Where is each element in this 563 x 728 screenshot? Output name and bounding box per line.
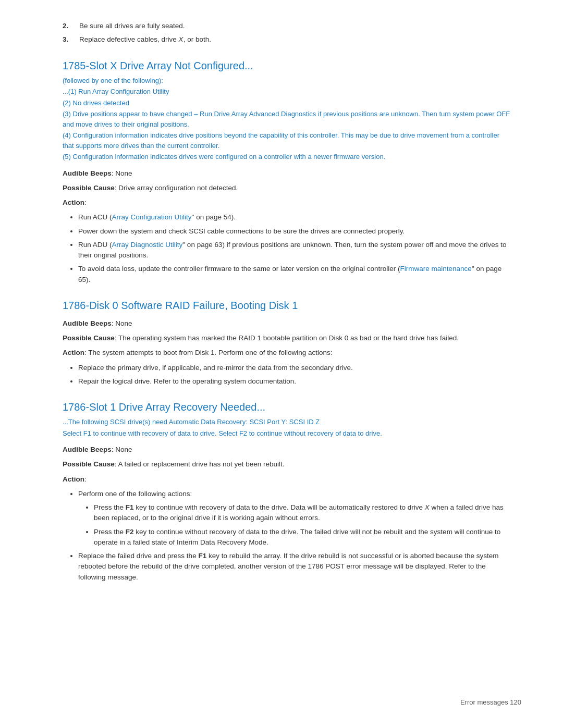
item-text: Replace defective cables, drive X, or bo… [79,34,211,45]
adu-link[interactable]: Array Diagnostic Utility [112,241,183,249]
audible-beeps: Audible Beeps: None [63,168,511,179]
audible-beeps-1786a: Audible Beeps: None [63,318,511,329]
subtitle-0: (followed by one of the following): [63,76,511,86]
sub-action-list-1786b: Press the F1 key to continue with recove… [94,502,511,548]
subtitle-5: (5) Configuration information indicates … [63,152,511,162]
page-footer: Error messages 120 [460,697,521,708]
sub-list-item: Press the F1 key to continue with recove… [94,502,511,524]
possible-cause-value: : A failed or replacement drive has not … [115,460,285,468]
item-number: 3. [63,34,79,45]
list-item: To avoid data loss, update the controlle… [78,264,511,285]
possible-cause-1786a: Possible Cause: The operating system has… [63,333,511,343]
item-text: Be sure all drives are fully seated. [79,21,185,31]
action-1786a: Action: The system attempts to boot from… [63,348,511,358]
audible-beeps-1786b: Audible Beeps: None [63,445,511,455]
subtitle-1786b-1: Select F1 to continue with recovery of d… [63,428,511,439]
section-1785-heading: 1785-Slot X Drive Array Not Configured..… [63,58,511,73]
action-text-label: Action [63,475,84,483]
action-label-1786b: Action: [63,474,511,485]
list-item: Replace the primary drive, if applicable… [78,363,511,373]
numbered-item-2: 2. Be sure all drives are fully seated. [63,21,511,31]
section-1786a: 1786-Disk 0 Software RAID Failure, Booti… [63,298,511,387]
sub-list-item: Press the F2 key to continue without rec… [94,527,511,548]
firmware-link[interactable]: Firmware maintenance [400,265,472,273]
action-text: : The system attempts to boot from Disk … [84,349,332,356]
list-item: Run ADU (Array Diagnostic Utility" on pa… [78,240,511,261]
action-list-1785: Run ACU (Array Configuration Utility" on… [78,212,511,285]
list-item: Repair the logical drive. Refer to the o… [78,376,511,387]
action-label: Action: [63,198,511,208]
subtitle-1786b-0: ...The following SCSI drive(s) need Auto… [63,417,511,427]
section-1785: 1785-Slot X Drive Array Not Configured..… [63,58,511,285]
action-list-1786b: Perform one of the following actions: Pr… [78,489,511,583]
subtitle-1: ...(1) Run Array Configuration Utility [63,87,511,97]
footer-text: Error messages 120 [460,698,521,706]
possible-cause-label: Possible Cause [63,184,115,192]
section-1786b: 1786-Slot 1 Drive Array Recovery Needed.… [63,399,511,583]
list-item: Perform one of the following actions: Pr… [78,489,511,548]
action-list-1786a: Replace the primary drive, if applicable… [78,363,511,387]
audible-beeps-value: : None [112,319,132,327]
action-text-label: Action [63,199,84,206]
section-1786a-heading: 1786-Disk 0 Software RAID Failure, Booti… [63,298,511,313]
item-number: 2. [63,21,79,31]
action-label: Action [63,349,84,356]
audible-beeps-label: Audible Beeps [63,319,112,327]
audible-beeps-value: : None [112,446,132,453]
section-1786b-heading: 1786-Slot 1 Drive Array Recovery Needed.… [63,399,511,415]
list-item: Run ACU (Array Configuration Utility" on… [78,212,511,223]
possible-cause-1786b: Possible Cause: A failed or replacement … [63,459,511,470]
acu-link[interactable]: Array Configuration Utility [112,213,192,221]
audible-beeps-value: : None [112,169,132,177]
possible-cause-label: Possible Cause [63,334,115,342]
possible-cause-text: : The operating system has marked the RA… [115,334,459,342]
numbered-item-3: 3. Replace defective cables, drive X, or… [63,34,511,45]
subtitle-2: (2) No drives detected [63,98,511,108]
possible-cause-value: : Drive array configuration not detected… [115,184,238,192]
list-item: Replace the failed drive and press the F… [78,551,511,583]
audible-beeps-label: Audible Beeps [63,446,112,453]
possible-cause-label: Possible Cause [63,460,115,468]
page-content: 2. Be sure all drives are fully seated. … [63,21,511,583]
list-item: Power down the system and check SCSI cab… [78,226,511,237]
subtitle-3: (3) Drive positions appear to have chang… [63,109,511,129]
audible-beeps-label: Audible Beeps [63,169,112,177]
possible-cause: Possible Cause: Drive array configuratio… [63,183,511,193]
subtitle-4: (4) Configuration information indicates … [63,130,511,151]
